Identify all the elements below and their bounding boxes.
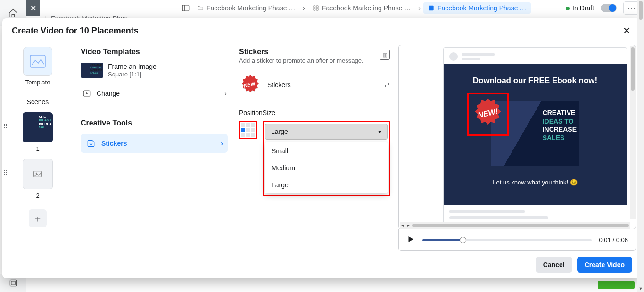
svg-rect-0	[182, 5, 189, 11]
pos-cell-bl[interactable]	[241, 133, 245, 137]
media-graphic: NEW! CREATIVE IDEAS TO INCREASE SALES	[491, 101, 579, 166]
breadcrumb-item-2[interactable]: Facebook Marketing Phase …	[308, 2, 415, 14]
page-scrollbar[interactable]: ▼	[637, 0, 644, 292]
folder-icon	[197, 5, 204, 11]
selected-template-row[interactable]: CREATIVEIDEAS TOINCREASESALES Frame an I…	[81, 63, 228, 78]
svg-rect-5	[316, 8, 318, 10]
play-outline-icon	[83, 89, 91, 98]
svg-rect-10	[30, 55, 45, 67]
breadcrumb-label: Facebook Marketing Phase …	[438, 4, 526, 12]
caret-down-icon: ▾	[378, 128, 381, 135]
app-topbar: ✕ Facebook Marketing Phase … › Facebook …	[0, 0, 644, 16]
play-button[interactable]	[406, 235, 415, 245]
media-caption: Let us know what you think! 😉	[493, 179, 577, 186]
sticker-row-label: Stickers	[267, 81, 291, 89]
cancel-button[interactable]: Cancel	[536, 257, 572, 273]
drag-handle-icon[interactable]: ⠿	[3, 169, 8, 177]
preview-scrollbar-vertical[interactable]	[630, 46, 636, 219]
position-size-label: PositionSize	[239, 109, 390, 117]
scene-item-1[interactable]: ⠿ CREIDEAS TINCREASAL 1	[23, 112, 53, 152]
chevron-right-icon: ›	[418, 4, 421, 12]
background-green-button	[598, 281, 635, 289]
modal-title: Create Video for 10 Placements	[12, 26, 139, 36]
change-label: Change	[97, 90, 120, 97]
templates-column: Template Scenes ⠿ CREIDEAS TINCREASAL 1 …	[2, 43, 73, 251]
post-head	[444, 48, 627, 64]
size-option-large[interactable]: Large	[265, 176, 388, 193]
breadcrumb-item-3[interactable]: Facebook Marketing Phase …	[423, 2, 531, 14]
create-video-button[interactable]: Create Video	[577, 257, 632, 273]
size-option-medium[interactable]: Medium	[265, 159, 388, 176]
post-media: Download our FREE Ebook now! NEW! CRE	[444, 64, 627, 205]
video-progress[interactable]	[422, 239, 592, 241]
selected-sticker-row[interactable]: NEW! Stickers ⇄	[239, 68, 390, 102]
stickers-panel: Stickers Add a sticker to promote an off…	[233, 43, 398, 251]
video-templates-heading: Video Templates	[81, 48, 228, 56]
scene-number: 2	[36, 192, 39, 199]
template-thumbnail: CREATIVEIDEAS TOINCREASESALES	[81, 63, 103, 78]
breadcrumb: Facebook Marketing Phase … › Facebook Ma…	[179, 0, 531, 16]
avatar	[449, 52, 458, 61]
library-icon[interactable]	[8, 278, 18, 288]
modal-close-button[interactable]: ✕	[621, 25, 632, 36]
svg-marker-19	[409, 236, 414, 242]
video-player-bar: 0:01 / 0:06	[398, 229, 636, 251]
pos-cell-ml[interactable]	[241, 128, 245, 133]
svg-rect-3	[316, 5, 318, 7]
post-card: Download our FREE Ebook now! NEW! CRE	[443, 47, 627, 227]
pos-cell-br[interactable]	[251, 133, 255, 137]
panel-collapse-icon[interactable]: ▥	[380, 50, 390, 60]
pos-cell-mr[interactable]	[251, 128, 255, 133]
stickers-heading: Stickers	[239, 48, 390, 56]
pos-cell-tr[interactable]	[251, 123, 255, 127]
pos-cell-mc[interactable]	[246, 128, 250, 133]
panel-toggle-icon[interactable]	[179, 1, 192, 15]
position-grid[interactable]	[239, 121, 257, 139]
swap-icon[interactable]: ⇄	[384, 81, 390, 89]
scenes-heading: Scenes	[27, 98, 49, 106]
add-scene-button[interactable]: ＋	[29, 209, 47, 227]
progress-knob[interactable]	[460, 237, 466, 243]
svg-point-12	[36, 173, 37, 174]
stickers-sub: Add a sticker to promote an offer or mes…	[239, 57, 390, 64]
chevron-right-icon: ›	[221, 140, 223, 147]
draft-toggle[interactable]	[601, 4, 617, 12]
preview-frame: Download our FREE Ebook now! NEW! CRE	[398, 45, 636, 229]
scene-thumb: CREIDEAS TINCREASAL	[23, 112, 53, 142]
breadcrumb-label: Facebook Marketing Phase …	[322, 4, 411, 12]
stickers-tool-row[interactable]: Stickers ›	[81, 134, 228, 153]
svg-rect-9	[11, 281, 15, 284]
pos-cell-tc[interactable]	[246, 123, 250, 127]
grid-icon	[313, 5, 319, 11]
divider	[73, 110, 233, 110]
svg-point-16	[92, 143, 93, 144]
template-card[interactable]	[23, 47, 52, 76]
size-dropdown[interactable]: Large ▾ Small Medium Large	[263, 121, 390, 196]
new-badge-icon: NEW!	[239, 74, 262, 96]
status-label: In Draft	[566, 4, 594, 12]
more-menu-button[interactable]: ⋯	[623, 1, 639, 15]
scene-thumb-empty	[23, 159, 53, 189]
scene-item-2[interactable]: ⠿ 2	[23, 159, 53, 199]
drag-handle-icon[interactable]: ⠿	[3, 123, 8, 130]
size-select[interactable]: Large ▾	[265, 124, 388, 140]
image-icon	[30, 55, 46, 68]
pos-cell-bc[interactable]	[246, 133, 250, 137]
svg-point-15	[90, 143, 91, 144]
chevron-right-icon: ›	[303, 4, 305, 12]
svg-rect-4	[314, 8, 315, 10]
modal-header: Create Video for 10 Placements ✕	[2, 18, 642, 43]
template-label: Template	[25, 79, 50, 86]
close-tab-button[interactable]: ✕	[26, 0, 40, 16]
video-time: 0:01 / 0:06	[599, 236, 628, 243]
sticker-preview-overlay: NEW!	[467, 93, 509, 136]
preview-scrollbar-horizontal[interactable]: ◄►	[400, 222, 630, 229]
breadcrumb-item-1[interactable]: Facebook Marketing Phase …	[192, 2, 300, 14]
size-option-small[interactable]: Small	[265, 142, 388, 159]
pos-cell-tl[interactable]	[241, 123, 245, 127]
modal-footer: Cancel Create Video	[2, 251, 642, 278]
change-template-button[interactable]: Change ›	[81, 85, 228, 101]
image-icon	[33, 169, 43, 179]
template-name: Frame an Image	[108, 63, 157, 71]
home-icon	[8, 8, 18, 18]
